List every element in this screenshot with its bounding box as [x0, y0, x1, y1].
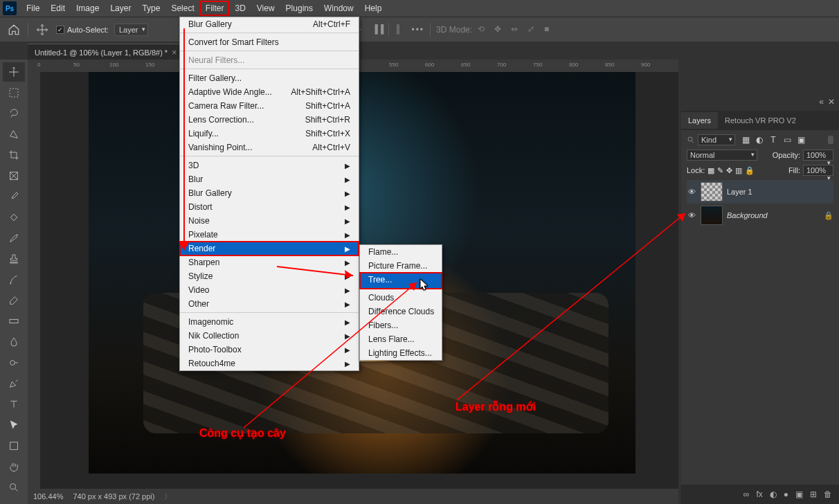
filter-menu-item[interactable]: 3D▶: [180, 159, 359, 172]
tab-retouch[interactable]: Retouch VR PRO V2: [718, 112, 803, 129]
lock-position-icon[interactable]: ✥: [726, 166, 732, 175]
filter-menu-item[interactable]: Noise▶: [180, 214, 359, 228]
close-panel-icon[interactable]: ✕: [828, 97, 835, 111]
align-right-icon[interactable]: ▐▐: [372, 24, 383, 35]
close-tab-icon[interactable]: ×: [172, 48, 177, 57]
layer-thumbnail[interactable]: [701, 182, 723, 201]
menu-layer[interactable]: Layer: [105, 1, 136, 16]
path-select-tool[interactable]: [3, 415, 25, 435]
collapse-panel-icon[interactable]: «: [819, 97, 824, 111]
delete-layer-icon[interactable]: 🗑: [824, 489, 832, 499]
menu-window[interactable]: Window: [318, 1, 359, 16]
chevron-right-icon[interactable]: 〉: [164, 492, 172, 502]
healing-tool[interactable]: [3, 208, 25, 227]
layer-row-layer1[interactable]: 👁 Layer 1: [687, 180, 833, 204]
layer-filter-kind[interactable]: Kind: [698, 134, 735, 145]
filter-menu-item[interactable]: Adaptive Wide Angle...Alt+Shift+Ctrl+A: [180, 85, 359, 99]
blur-tool[interactable]: [3, 332, 25, 352]
zoom-tool[interactable]: [3, 478, 25, 497]
fill-value[interactable]: 100%: [803, 165, 833, 176]
filter-menu-item[interactable]: Liquify...Shift+Ctrl+X: [180, 127, 359, 141]
search-icon[interactable]: [687, 136, 695, 144]
menu-edit[interactable]: Edit: [45, 1, 71, 16]
layer-name[interactable]: Background: [727, 211, 820, 219]
lasso-tool[interactable]: [3, 104, 25, 123]
marquee-tool[interactable]: [3, 83, 25, 102]
eraser-tool[interactable]: [3, 291, 25, 310]
crop-tool[interactable]: [3, 145, 25, 165]
lock-all-icon[interactable]: 🔒: [745, 166, 755, 175]
filter-menu-item[interactable]: Blur GalleryAlt+Ctrl+F: [180, 17, 359, 33]
adjustment-icon[interactable]: ●: [784, 489, 788, 499]
filter-pixel-icon[interactable]: ▦: [741, 135, 750, 145]
move-tool[interactable]: [3, 62, 25, 82]
blend-mode-select[interactable]: Normal: [687, 150, 757, 161]
eyedropper-tool[interactable]: [3, 187, 25, 206]
dodge-tool[interactable]: [3, 353, 25, 372]
filter-menu-item[interactable]: Lens Correction...Shift+Ctrl+R: [180, 113, 359, 127]
filter-menu-item[interactable]: Filter Gallery...: [180, 71, 359, 85]
filter-menu-item[interactable]: Convert for Smart Filters: [180, 35, 359, 51]
filter-shape-icon[interactable]: ▭: [782, 135, 792, 145]
menu-plugins[interactable]: Plugins: [280, 1, 318, 16]
hand-tool[interactable]: [3, 457, 25, 476]
3d-pan-icon[interactable]: ✥: [494, 24, 505, 35]
layer-name[interactable]: Layer 1: [727, 188, 833, 196]
group-icon[interactable]: ▣: [795, 489, 803, 499]
3d-slide-icon[interactable]: ⇔: [511, 24, 522, 35]
filter-menu-item[interactable]: Distort▶: [180, 200, 359, 214]
filter-menu-item[interactable]: Blur Gallery▶: [180, 186, 359, 200]
distribute-icon[interactable]: ║: [395, 24, 406, 35]
3d-orbit-icon[interactable]: ⟲: [478, 24, 489, 35]
3d-scale-icon[interactable]: ⤢: [527, 24, 539, 35]
filter-menu-item[interactable]: Vanishing Point...Alt+Ctrl+V: [180, 141, 359, 156]
filter-type-icon[interactable]: T: [768, 135, 778, 145]
3d-camera-icon[interactable]: ■: [544, 24, 555, 35]
filter-menu-item[interactable]: Render▶: [180, 242, 359, 255]
menu-image[interactable]: Image: [71, 1, 105, 16]
brush-tool[interactable]: [3, 228, 25, 248]
menu-type[interactable]: Type: [136, 1, 165, 16]
mask-icon[interactable]: ◐: [770, 489, 777, 499]
render-submenu-item[interactable]: Flame...: [360, 245, 442, 259]
document-tab[interactable]: Untitled-1 @ 106% (Layer 1, RGB/8#) * ×: [28, 44, 183, 61]
filter-menu-item[interactable]: Camera Raw Filter...Shift+Ctrl+A: [180, 99, 359, 113]
fx-icon[interactable]: fx: [756, 489, 762, 499]
opacity-value[interactable]: 100%: [803, 150, 833, 161]
shape-tool[interactable]: [3, 436, 25, 456]
link-layers-icon[interactable]: ∞: [743, 489, 750, 499]
home-icon[interactable]: [6, 21, 22, 38]
menu-filter[interactable]: Filter: [200, 1, 230, 16]
render-submenu-item[interactable]: Picture Frame...: [360, 259, 442, 273]
tab-layers[interactable]: Layers: [681, 112, 718, 129]
gradient-tool[interactable]: [3, 312, 25, 331]
menu-help[interactable]: Help: [359, 1, 388, 16]
lock-transparency-icon[interactable]: ▩: [707, 166, 714, 175]
pen-tool[interactable]: [3, 374, 25, 393]
lock-artboard-icon[interactable]: ▥: [735, 166, 742, 175]
layer-row-background[interactable]: 👁 Background 🔒: [687, 204, 833, 227]
zoom-value[interactable]: 106.44%: [33, 492, 63, 501]
menu-select[interactable]: Select: [165, 1, 199, 16]
filter-toggle[interactable]: [828, 136, 833, 144]
auto-select-target[interactable]: Layer: [114, 24, 149, 36]
lock-paint-icon[interactable]: ✎: [717, 166, 723, 175]
quick-select-tool[interactable]: [3, 125, 25, 144]
filter-adjust-icon[interactable]: ◐: [755, 135, 764, 145]
auto-select-checkbox[interactable]: ✓ Auto-Select:: [56, 26, 109, 34]
filter-smart-icon[interactable]: ▣: [796, 135, 806, 145]
menu-file[interactable]: File: [21, 1, 45, 16]
menu-view[interactable]: View: [251, 1, 280, 16]
filter-menu-item[interactable]: Pixelate▶: [180, 228, 359, 242]
new-layer-icon[interactable]: ⊞: [810, 489, 817, 499]
filter-menu-item[interactable]: Blur▶: [180, 172, 359, 186]
history-brush-tool[interactable]: [3, 270, 25, 289]
more-icon[interactable]: •••: [411, 25, 424, 35]
menu-3d[interactable]: 3D: [229, 1, 251, 16]
layer-thumbnail[interactable]: [701, 206, 723, 225]
visibility-icon[interactable]: 👁: [687, 188, 696, 196]
frame-tool[interactable]: [3, 166, 25, 186]
filter-menu-item[interactable]: Neural Filters...: [180, 53, 359, 69]
stamp-tool[interactable]: [3, 249, 25, 269]
type-tool[interactable]: [3, 395, 25, 414]
